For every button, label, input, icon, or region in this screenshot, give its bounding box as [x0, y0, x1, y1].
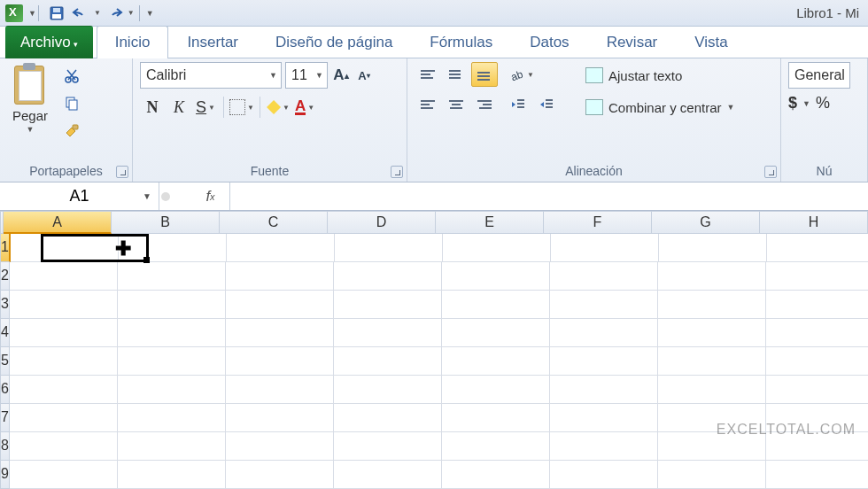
cell-G9[interactable]: [658, 461, 766, 489]
cell-B4[interactable]: [118, 319, 226, 347]
font-size-combo[interactable]: 11▼: [285, 62, 328, 89]
cell-H6[interactable]: [766, 376, 868, 404]
insert-function-button[interactable]: fx: [191, 182, 230, 210]
cell-A2[interactable]: [10, 262, 118, 291]
cell-C4[interactable]: [226, 319, 334, 347]
underline-button[interactable]: S▼: [193, 94, 218, 120]
save-button[interactable]: [46, 4, 67, 23]
row-header-8[interactable]: 8: [0, 432, 10, 461]
col-header-A[interactable]: A: [4, 211, 112, 234]
cell-C9[interactable]: [226, 461, 334, 489]
tab-diseno-de-pagina[interactable]: Diseño de página: [257, 26, 411, 58]
cell-C6[interactable]: [226, 376, 334, 404]
cell-A9[interactable]: [10, 461, 118, 489]
decrease-indent-button[interactable]: [505, 92, 531, 117]
cell-D8[interactable]: [334, 432, 442, 461]
cell-D4[interactable]: [334, 319, 442, 347]
cell-G3[interactable]: [658, 291, 766, 319]
cell-F6[interactable]: [550, 376, 658, 404]
cell-C3[interactable]: [226, 291, 334, 319]
cell-D5[interactable]: [334, 347, 442, 376]
cell-A1[interactable]: [11, 234, 119, 262]
col-header-B[interactable]: B: [112, 211, 220, 234]
tab-datos[interactable]: Datos: [511, 26, 587, 58]
font-color-button[interactable]: A▼: [292, 94, 317, 120]
col-header-D[interactable]: D: [328, 211, 436, 234]
increase-indent-button[interactable]: [533, 92, 560, 117]
cell-A6[interactable]: [10, 376, 118, 404]
cell-E5[interactable]: [442, 347, 550, 376]
cell-G6[interactable]: [658, 376, 766, 404]
number-format-combo[interactable]: General: [788, 62, 850, 89]
cell-C1[interactable]: [227, 234, 335, 262]
cell-E2[interactable]: [442, 262, 550, 291]
align-bottom-button[interactable]: [471, 62, 498, 87]
cell-G2[interactable]: [658, 262, 766, 291]
italic-button[interactable]: K: [167, 94, 191, 120]
col-header-C[interactable]: C: [220, 211, 328, 234]
name-box[interactable]: A1▼: [0, 182, 159, 210]
cell-H1[interactable]: [767, 234, 868, 262]
cell-D7[interactable]: [334, 404, 442, 432]
cell-F1[interactable]: [551, 234, 659, 262]
cell-D3[interactable]: [334, 291, 442, 319]
cell-F7[interactable]: [550, 404, 658, 432]
orientation-button[interactable]: ab▼: [505, 62, 539, 87]
cell-B2[interactable]: [118, 262, 226, 291]
align-middle-button[interactable]: [443, 62, 469, 87]
wrap-text-button[interactable]: Ajustar texto: [578, 62, 741, 89]
cell-B5[interactable]: [118, 347, 226, 376]
cut-button[interactable]: [60, 66, 83, 87]
font-dialog-launcher[interactable]: [391, 166, 403, 178]
cell-C5[interactable]: [226, 347, 334, 376]
tab-vista[interactable]: Vista: [676, 26, 747, 58]
cell-A3[interactable]: [10, 291, 118, 319]
cell-G4[interactable]: [658, 319, 766, 347]
decrease-font-button[interactable]: A▾: [354, 65, 374, 86]
app-menu-dropdown[interactable]: ▼: [28, 9, 36, 18]
row-header-9[interactable]: 9: [0, 461, 10, 489]
cell-B1[interactable]: [119, 234, 227, 262]
col-header-F[interactable]: F: [544, 211, 652, 234]
merge-center-button[interactable]: Combinar y centrar ▼: [578, 94, 741, 120]
redo-dropdown[interactable]: ▼: [128, 9, 135, 17]
cell-D9[interactable]: [334, 461, 442, 489]
undo-dropdown[interactable]: ▼: [94, 9, 101, 17]
cell-H2[interactable]: [766, 262, 868, 291]
tab-insertar[interactable]: Insertar: [168, 26, 257, 58]
cell-D2[interactable]: [334, 262, 442, 291]
borders-button[interactable]: ▼: [229, 94, 254, 120]
row-header-3[interactable]: 3: [0, 291, 10, 319]
cell-E1[interactable]: [443, 234, 551, 262]
cell-E8[interactable]: [442, 432, 550, 461]
copy-button[interactable]: [60, 92, 83, 113]
cell-E6[interactable]: [442, 376, 550, 404]
align-right-button[interactable]: [471, 92, 498, 117]
row-header-7[interactable]: 7: [0, 404, 10, 432]
cell-B6[interactable]: [118, 376, 226, 404]
undo-button[interactable]: [70, 4, 91, 23]
bold-button[interactable]: N: [140, 94, 165, 120]
qat-customize-dropdown[interactable]: ▼: [146, 9, 154, 18]
fill-color-button[interactable]: ▼: [266, 94, 291, 120]
alignment-dialog-launcher[interactable]: [764, 166, 777, 178]
cell-E9[interactable]: [442, 461, 550, 489]
row-header-6[interactable]: 6: [0, 376, 10, 404]
increase-font-button[interactable]: A▴: [331, 65, 351, 86]
redo-button[interactable]: [104, 4, 125, 23]
formula-input[interactable]: [230, 182, 868, 210]
cell-E3[interactable]: [442, 291, 550, 319]
align-top-button[interactable]: [415, 62, 441, 87]
cell-A8[interactable]: [10, 432, 118, 461]
percent-button[interactable]: %: [816, 94, 830, 113]
cell-F8[interactable]: [550, 432, 658, 461]
col-header-E[interactable]: E: [436, 211, 544, 234]
cell-A4[interactable]: [10, 319, 118, 347]
cell-H9[interactable]: [766, 461, 868, 489]
cancel-formula-button[interactable]: [159, 182, 191, 210]
row-header-1[interactable]: 1: [0, 234, 11, 262]
tab-inicio[interactable]: Inicio: [97, 26, 169, 58]
tab-revisar[interactable]: Revisar: [588, 26, 677, 58]
row-header-5[interactable]: 5: [0, 347, 10, 376]
tab-formulas[interactable]: Fórmulas: [411, 26, 511, 58]
